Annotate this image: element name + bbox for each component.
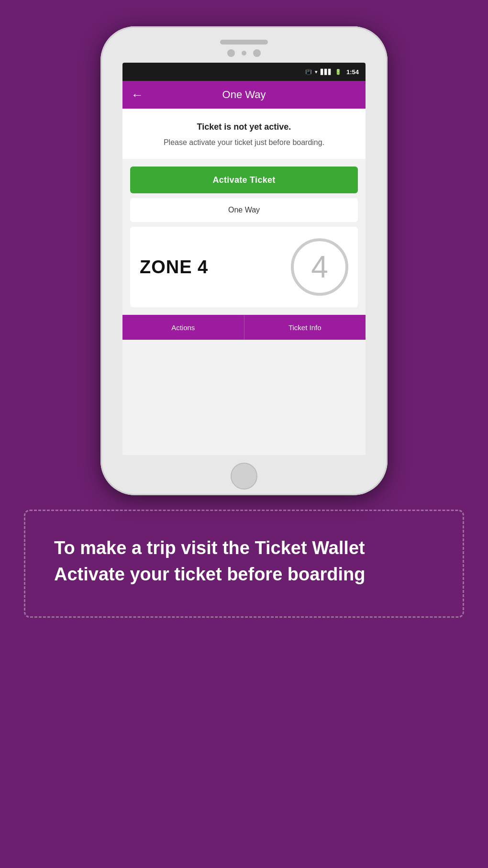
one-way-card: One Way	[130, 198, 358, 222]
tab-ticket-info[interactable]: Ticket Info	[244, 315, 366, 340]
phone-speaker	[220, 40, 268, 45]
bottom-section: To make a trip visit the Ticket Wallet A…	[24, 510, 464, 618]
activate-area: Activate Ticket	[122, 159, 366, 193]
camera-dot-1	[227, 49, 235, 57]
bottom-text: To make a trip visit the Ticket Wallet A…	[54, 535, 434, 588]
signal-icon: ▋▋▋	[321, 69, 332, 75]
zone-card: ZONE 4 4	[130, 227, 358, 307]
phone-wrapper: 📳 ▾ ▋▋▋ 🔋 1:54 ← One Way Ticket is not y…	[100, 26, 388, 495]
one-way-label: One Way	[228, 206, 260, 214]
back-button[interactable]: ←	[131, 88, 144, 102]
time-display: 1:54	[346, 68, 359, 76]
tab-actions[interactable]: Actions	[122, 315, 244, 340]
zone-label: ZONE 4	[140, 257, 208, 278]
activate-ticket-button[interactable]: Activate Ticket	[130, 167, 358, 193]
camera-dot-3	[253, 49, 261, 57]
vibrate-icon: 📳	[305, 69, 312, 75]
phone-cameras	[227, 49, 261, 57]
nav-bar: ← One Way	[122, 81, 366, 109]
screen-content: Ticket is not yet active. Please activat…	[122, 109, 366, 455]
phone-screen: 📳 ▾ ▋▋▋ 🔋 1:54 ← One Way Ticket is not y…	[122, 63, 366, 455]
battery-icon: 🔋	[335, 69, 342, 75]
phone-outer: 📳 ▾ ▋▋▋ 🔋 1:54 ← One Way Ticket is not y…	[100, 26, 388, 495]
camera-dot-2	[242, 51, 246, 56]
bottom-line2: Activate your ticket before boarding	[54, 564, 365, 584]
zone-circle: 4	[291, 238, 348, 296]
ticket-status-subtitle: Please activate your ticket just before …	[134, 137, 354, 148]
ticket-status-area: Ticket is not yet active. Please activat…	[122, 109, 366, 159]
zone-number: 4	[311, 249, 328, 285]
bottom-line1: To make a trip visit the Ticket Wallet	[54, 538, 365, 558]
nav-title: One Way	[152, 89, 336, 101]
wifi-icon: ▾	[315, 69, 318, 75]
status-bar: 📳 ▾ ▋▋▋ 🔋 1:54	[122, 63, 366, 81]
tab-actions-label: Actions	[171, 323, 195, 332]
ticket-status-title: Ticket is not yet active.	[134, 122, 354, 132]
phone-home-button[interactable]	[231, 463, 257, 490]
status-icons: 📳 ▾ ▋▋▋ 🔋 1:54	[305, 68, 359, 76]
tab-ticket-info-label: Ticket Info	[288, 323, 322, 332]
bottom-tabs: Actions Ticket Info	[122, 315, 366, 340]
